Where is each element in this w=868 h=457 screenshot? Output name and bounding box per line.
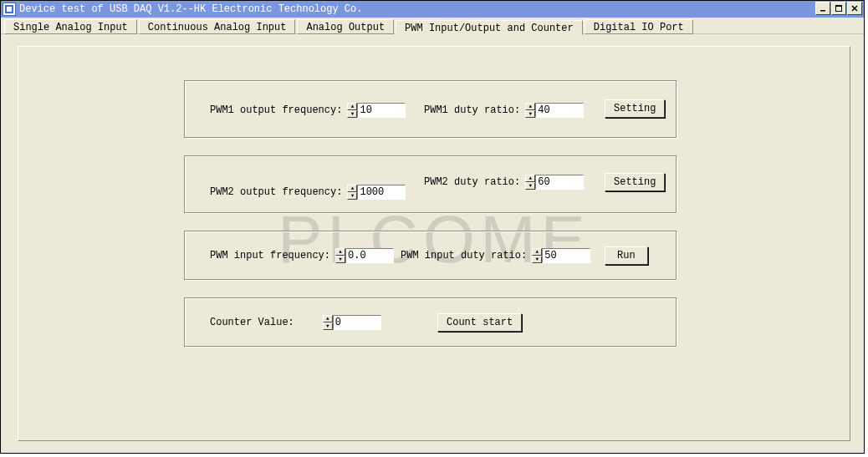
title-bar: Device test of USB DAQ V1.2--HK Electron… <box>1 1 864 18</box>
pwm1-freq-label: PWM1 output frequency: <box>210 104 342 116</box>
spin-down-icon[interactable]: ▼ <box>525 182 535 190</box>
spin-up-icon[interactable]: ▲ <box>532 248 542 256</box>
pwm-in-duty-spinner[interactable]: ▲ ▼ <box>532 248 590 263</box>
pwm2-duty-spinner[interactable]: ▲ ▼ <box>525 175 584 190</box>
content-area: Single Analog Input Continuous Analog In… <box>1 34 864 453</box>
pwm1-duty-label: PWM1 duty ratio: <box>424 104 520 116</box>
spin-up-icon[interactable]: ▲ <box>347 103 357 110</box>
minimize-button[interactable] <box>815 2 830 15</box>
pwm2-freq-label: PWM2 output frequency: <box>210 186 342 198</box>
pwm2-duty-label: PWM2 duty ratio: <box>424 176 520 188</box>
spin-down-icon[interactable]: ▼ <box>347 110 357 118</box>
pwm-in-freq-input[interactable] <box>345 248 394 263</box>
counter-start-button[interactable]: Count start <box>437 313 522 332</box>
app-window: Device test of USB DAQ V1.2--HK Electron… <box>0 0 865 454</box>
spin-down-icon[interactable]: ▼ <box>525 110 535 118</box>
counter-spinner[interactable]: ▲ ▼ <box>323 315 381 330</box>
pwm2-duty-input[interactable] <box>535 175 584 190</box>
pwm1-freq-spinner[interactable]: ▲ ▼ <box>347 103 406 118</box>
pwm2-freq-input[interactable] <box>357 185 406 200</box>
counter-input[interactable] <box>333 315 381 330</box>
spin-up-icon[interactable]: ▲ <box>323 315 333 322</box>
pwm-in-freq-spinner[interactable]: ▲ ▼ <box>335 248 394 263</box>
pwm-in-duty-label: PWM input duty ratio: <box>401 250 527 262</box>
pwm2-setting-button[interactable]: Setting <box>605 173 665 191</box>
spin-up-icon[interactable]: ▲ <box>347 185 357 192</box>
pwm1-setting-button[interactable]: Setting <box>605 99 665 118</box>
spin-down-icon[interactable]: ▼ <box>323 322 333 330</box>
svg-rect-1 <box>7 7 12 12</box>
group-pwm-input: PWM input frequency: ▲ ▼ PWM input duty … <box>184 231 677 281</box>
pwm1-duty-spinner[interactable]: ▲ ▼ <box>525 103 584 118</box>
pwm1-freq-input[interactable] <box>357 103 406 118</box>
group-pwm1: PWM1 output frequency: ▲ ▼ PWM1 duty rat… <box>184 80 677 139</box>
spin-up-icon[interactable]: ▲ <box>525 103 535 110</box>
group-counter: Counter Value: ▲ ▼ Count start <box>184 297 677 348</box>
app-icon <box>3 3 16 16</box>
group-pwm2: PWM2 output frequency: ▲ ▼ PWM2 duty rat… <box>184 155 677 214</box>
spin-down-icon[interactable]: ▼ <box>335 256 345 263</box>
svg-rect-4 <box>836 6 842 8</box>
svg-rect-2 <box>820 10 825 12</box>
tab-continuous-analog-input[interactable]: Continuous Analog Input <box>139 19 296 34</box>
spin-down-icon[interactable]: ▼ <box>347 192 357 200</box>
spin-up-icon[interactable]: ▲ <box>525 175 535 182</box>
tab-strip: Single Analog Input Continuous Analog In… <box>4 19 693 34</box>
tab-pwm-io-counter[interactable]: PWM Input/Output and Counter <box>396 20 583 35</box>
tab-digital-io-port[interactable]: Digital IO Port <box>585 19 693 34</box>
pwm-in-run-button[interactable]: Run <box>605 246 648 265</box>
tab-single-analog-input[interactable]: Single Analog Input <box>4 19 137 34</box>
tab-analog-output[interactable]: Analog Output <box>297 19 394 34</box>
spin-down-icon[interactable]: ▼ <box>532 256 542 263</box>
pwm2-freq-spinner[interactable]: ▲ ▼ <box>347 185 406 200</box>
counter-label: Counter Value: <box>210 317 294 328</box>
pwm1-duty-input[interactable] <box>535 103 584 118</box>
pwm-in-freq-label: PWM input frequency: <box>210 250 330 262</box>
tab-panel: PLCOME PWM1 output frequency: ▲ ▼ PWM1 <box>18 46 850 441</box>
pwm-in-duty-input[interactable] <box>542 248 590 263</box>
spin-up-icon[interactable]: ▲ <box>335 248 345 256</box>
window-title: Device test of USB DAQ V1.2--HK Electron… <box>19 3 362 15</box>
maximize-button[interactable] <box>831 2 846 15</box>
close-button[interactable] <box>847 2 862 15</box>
